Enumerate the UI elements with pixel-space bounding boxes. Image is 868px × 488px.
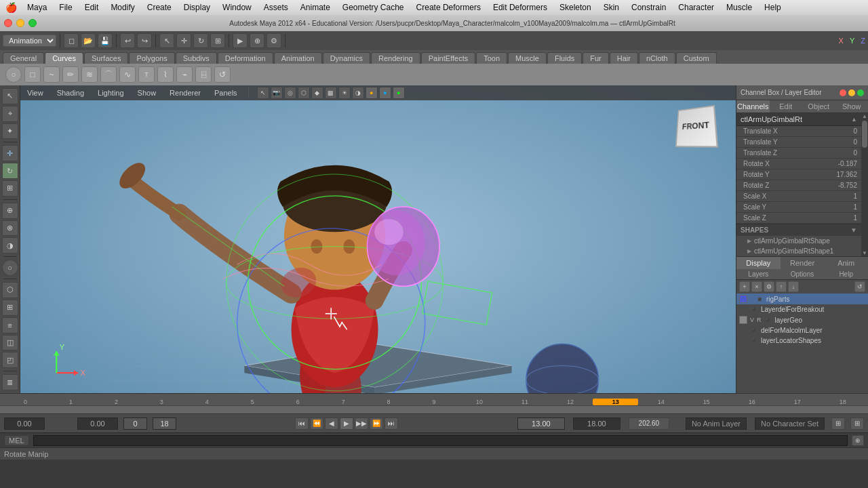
scroll-up-btn[interactable]: ▲ bbox=[851, 116, 857, 123]
vp-select-btn[interactable]: ↖ bbox=[257, 87, 269, 99]
custom-tool1-btn[interactable]: ⬡ bbox=[2, 282, 18, 298]
menu-maya[interactable]: Maya bbox=[22, 1, 52, 14]
layer-down-btn[interactable]: ↓ bbox=[788, 281, 799, 292]
tab-show[interactable]: Show bbox=[835, 100, 869, 113]
panel-min-btn[interactable] bbox=[848, 89, 855, 96]
shelf-icon-pencil[interactable]: ✏ bbox=[62, 66, 79, 83]
panels-menu[interactable]: Panels bbox=[212, 88, 240, 98]
vp-camera-btn[interactable]: 📷 bbox=[271, 87, 283, 99]
attr-translate-x[interactable]: Translate X 0 bbox=[736, 126, 861, 137]
rotate-tool[interactable]: ↻ bbox=[193, 33, 208, 48]
go-start-btn[interactable]: ⏮ bbox=[295, 418, 309, 430]
layer-tab-display[interactable]: Display bbox=[736, 257, 781, 269]
scroll-up-arrow[interactable]: ▲ bbox=[862, 113, 867, 119]
shapes-scroll-btn[interactable]: ▼ bbox=[850, 226, 857, 234]
tab-surfaces[interactable]: Surfaces bbox=[84, 52, 128, 64]
menu-help[interactable]: Help bbox=[759, 1, 787, 14]
channel-box-scrollbar[interactable]: ▲ ▼ bbox=[861, 113, 868, 256]
custom-tool2-btn[interactable]: ⊞ bbox=[2, 300, 18, 316]
vp-xray3-btn[interactable]: ● bbox=[393, 87, 405, 99]
tab-fur[interactable]: Fur bbox=[583, 52, 609, 64]
renderer-menu[interactable]: Renderer bbox=[167, 88, 203, 98]
tab-custom[interactable]: Custom bbox=[676, 52, 717, 64]
command-input[interactable] bbox=[33, 435, 848, 446]
select-tool[interactable]: ↖ bbox=[159, 33, 174, 48]
range-end-field[interactable]: 18 bbox=[153, 418, 176, 430]
tab-dynamics[interactable]: Dynamics bbox=[323, 52, 370, 64]
attr-translate-y[interactable]: Translate Y 0 bbox=[736, 137, 861, 148]
go-end-btn[interactable]: ⏭ bbox=[384, 418, 398, 430]
shelf-icon-helix[interactable]: ∿ bbox=[119, 66, 136, 83]
paint-select-btn[interactable]: ✦ bbox=[2, 123, 18, 140]
menu-assets[interactable]: Assets bbox=[258, 1, 294, 14]
layer-tab-render[interactable]: Render bbox=[781, 257, 825, 269]
layer-row-malcolm[interactable]: ◾ delForMalcolmLayer bbox=[736, 325, 868, 336]
char-set-display[interactable]: No Character Set bbox=[755, 418, 825, 430]
tab-fluids[interactable]: Fluids bbox=[547, 52, 582, 64]
layer-subtab-layers[interactable]: Layers bbox=[736, 269, 781, 279]
shelf-icon-arc[interactable]: ⌒ bbox=[100, 66, 117, 83]
shelf-icon-square[interactable]: □ bbox=[24, 66, 41, 83]
menu-display[interactable]: Display bbox=[178, 1, 216, 14]
custom-tool4-btn[interactable]: ◫ bbox=[2, 335, 18, 351]
custom-tool3-btn[interactable]: ≡ bbox=[2, 317, 18, 333]
attr-rotate-y[interactable]: Rotate Y 17.362 bbox=[736, 169, 861, 180]
attr-rotate-x[interactable]: Rotate X -0.187 bbox=[736, 159, 861, 169]
view-menu[interactable]: View bbox=[24, 88, 46, 98]
menu-geometry-cache[interactable]: Geometry Cache bbox=[337, 1, 410, 14]
vp-xray-btn[interactable]: ● bbox=[366, 87, 378, 99]
menu-character[interactable]: Character bbox=[673, 1, 719, 14]
shelf-icon-circle[interactable]: ○ bbox=[5, 66, 22, 83]
select-tool-btn[interactable]: ↖ bbox=[2, 88, 18, 104]
attr-scale-y[interactable]: Scale Y 1 bbox=[736, 202, 861, 213]
menu-constrain[interactable]: Constrain bbox=[626, 1, 671, 14]
layer-row-locator[interactable]: ◾ layerLocatorShapes bbox=[736, 336, 868, 346]
minimize-button[interactable] bbox=[16, 19, 24, 27]
tab-curves[interactable]: Curves bbox=[45, 52, 83, 64]
play-fwd-btn[interactable]: ▶ bbox=[340, 418, 353, 430]
shelf-icon-ep-curve[interactable]: ~ bbox=[43, 66, 60, 83]
rotate-tool-btn[interactable]: ↻ bbox=[2, 163, 18, 179]
shelf-icon-epsurface[interactable]: ⌁ bbox=[176, 66, 193, 83]
vp-wireframe-btn[interactable]: ⬡ bbox=[298, 87, 310, 99]
lasso-tool-btn[interactable]: ⌖ bbox=[2, 106, 18, 122]
command-mode-btn[interactable]: MEL bbox=[4, 435, 29, 446]
menu-skin[interactable]: Skin bbox=[598, 1, 625, 14]
panel-close-btn[interactable] bbox=[840, 89, 846, 96]
vp-texture-btn[interactable]: ▩ bbox=[325, 87, 337, 99]
scroll-thumb[interactable] bbox=[862, 121, 867, 148]
close-button[interactable] bbox=[4, 19, 12, 27]
translate-tool[interactable]: ✛ bbox=[176, 33, 191, 48]
tab-general[interactable]: General bbox=[3, 52, 44, 64]
maximize-button[interactable] bbox=[28, 19, 37, 27]
delete-layer-btn[interactable]: × bbox=[751, 281, 762, 292]
vp-isolate-btn[interactable]: ◎ bbox=[284, 87, 296, 99]
custom-tool6-btn[interactable]: ≣ bbox=[2, 374, 18, 390]
layer-row-layergeo[interactable]: V R ◾ layerGeo bbox=[736, 314, 868, 325]
shelf-icon-revolve[interactable]: ↺ bbox=[214, 66, 231, 83]
tab-animation[interactable]: Animation bbox=[274, 52, 322, 64]
scroll-down-arrow[interactable]: ▼ bbox=[862, 250, 867, 256]
anim-layer-options-btn[interactable]: ⊞ bbox=[831, 418, 845, 430]
vp-light-btn[interactable]: ☀ bbox=[338, 87, 351, 99]
undo-button[interactable]: ↩ bbox=[120, 33, 135, 48]
menu-skeleton[interactable]: Skeleton bbox=[554, 1, 597, 14]
shape-item-1[interactable]: ▶ ctlArmUpGimbalRtShape1 bbox=[736, 246, 861, 256]
viewport-3d[interactable]: View Shading Lighting Show Renderer Pane… bbox=[20, 85, 736, 393]
char-set-options-btn[interactable]: ⊞ bbox=[850, 418, 864, 430]
tab-polygons[interactable]: Polygons bbox=[129, 52, 174, 64]
navigation-cube[interactable]: FRONT bbox=[675, 106, 722, 153]
vp-shadow-btn[interactable]: ◑ bbox=[352, 87, 364, 99]
layer-row-breakout[interactable]: ◾ LayerdelForBreakout bbox=[736, 304, 868, 314]
layer-vis-btn[interactable] bbox=[739, 316, 747, 324]
cmd-feedback-btn[interactable]: ⊕ bbox=[852, 435, 864, 446]
scale-tool[interactable]: ⊞ bbox=[210, 33, 225, 48]
render-settings-button[interactable]: ⚙ bbox=[267, 33, 281, 48]
shading-menu[interactable]: Shading bbox=[54, 88, 87, 98]
save-scene-button[interactable]: 💾 bbox=[98, 33, 113, 48]
attr-rotate-z[interactable]: Rotate Z -8.752 bbox=[736, 180, 861, 191]
nav-cube-face[interactable]: FRONT bbox=[675, 105, 718, 148]
scale-tool-btn[interactable]: ⊞ bbox=[2, 180, 18, 197]
layer-options-btn[interactable]: ⚙ bbox=[764, 281, 774, 292]
new-scene-button[interactable]: ◻ bbox=[64, 33, 79, 48]
